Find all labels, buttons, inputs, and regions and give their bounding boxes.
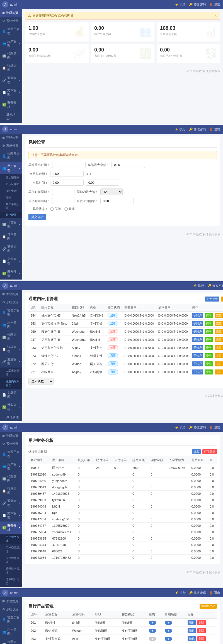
btn-recharge[interactable]: 充值	[215, 353, 223, 358]
sidebar4-users[interactable]: 👥 用户管理 ▸	[0, 460, 22, 472]
sidebar5-users[interactable]: 👥 用户管理 ▸	[0, 626, 22, 638]
btn-print[interactable]: 打印数据	[202, 449, 217, 454]
sub-channel-finance[interactable]: 通道财务统计	[0, 565, 22, 576]
status-toggle-on[interactable]: ●	[149, 629, 156, 633]
btn-rate[interactable]: 费率	[205, 313, 213, 318]
sub-channel-product[interactable]: 人工审款管理	[0, 368, 22, 378]
sidebar3-dashboard[interactable]: ⊞ 管理首页	[0, 290, 22, 298]
action-execute-4[interactable]: ⚡ 执行	[175, 425, 186, 430]
page-size-select[interactable]: 显示项数	[28, 378, 54, 385]
sidebar-item-agents[interactable]: 🏢 代理管理 ▸	[0, 50, 22, 62]
btn-sub-account[interactable]: 子账户	[192, 313, 203, 318]
radio-input-open[interactable]	[64, 207, 68, 211]
scene-toggle-on[interactable]: ●	[165, 637, 172, 641]
btn-recharge[interactable]: 充值	[215, 337, 223, 342]
status-toggle[interactable]: 启用	[108, 369, 118, 374]
action-logout-4[interactable]: 🚪 退出	[209, 425, 220, 430]
scene-toggle-on[interactable]: ●	[165, 621, 172, 625]
btn-del[interactable]: 删除	[197, 628, 206, 633]
btn-sub-account[interactable]: 子账户	[192, 353, 203, 358]
btn-del[interactable]: 删除	[197, 636, 206, 641]
sidebar3-finance[interactable]: 💹 财务分析 ▸	[0, 401, 22, 413]
action-change-pwd-5[interactable]: 🔑 修改密码	[189, 591, 206, 595]
input-daily-amount[interactable]	[50, 171, 84, 177]
sub-user-withdraw[interactable]: 提现申请	[0, 188, 22, 194]
btn-rate[interactable]: 费率	[205, 329, 213, 334]
action-change-pwd-3[interactable]: 🔑 修改密码	[207, 284, 223, 288]
sub-user-finance[interactable]: 用户财务统计	[0, 534, 22, 544]
btn-sub-account[interactable]: 子账户	[192, 345, 203, 350]
btn-add-product[interactable]: 添加新产品	[200, 604, 217, 609]
sidebar4-agents[interactable]: 🏢 代理管理 ▸	[0, 472, 22, 485]
input-time-freq[interactable]	[100, 198, 134, 204]
btn-rate[interactable]: 费率	[205, 337, 213, 342]
action-execute-5[interactable]: ⚡ 执行	[175, 591, 186, 595]
radio-input-close[interactable]	[50, 207, 54, 211]
btn-recharge[interactable]: 充值	[215, 321, 223, 326]
sidebar-item-orders[interactable]: 📋 订单管理 ▸	[0, 62, 22, 74]
status-toggle[interactable]: 启用	[108, 361, 118, 366]
sub-agent-finance[interactable]: 代理财务统计	[0, 555, 22, 565]
sub-user-unauth[interactable]: 未认证用户	[0, 181, 22, 188]
sub-user-list[interactable]: 已认证用户	[0, 174, 22, 181]
sidebar4-finance[interactable]: 💹 财务分析 ▾	[0, 521, 22, 534]
sub-user-transfer[interactable]: 转账	[0, 194, 22, 201]
sidebar-item-channels[interactable]: 🔗 通道管理 ▸	[0, 74, 22, 86]
action-change-pwd-4[interactable]: 🔑 修改密码	[189, 425, 206, 430]
sidebar3-users[interactable]: 👥 用户管理 ▸	[0, 319, 22, 331]
sidebar3-articles[interactable]: 📄 文章管理 ▸	[0, 389, 22, 401]
sidebar-item-articles[interactable]: 📄 文章管理 ▸	[0, 86, 22, 99]
sidebar5-admin[interactable]: 👤 管理员管理	[0, 613, 22, 626]
input-min-amount[interactable]	[52, 162, 86, 168]
sidebar3-channels[interactable]: 🔗 通道管理 ▸	[0, 355, 22, 368]
status-toggle[interactable]: 禁用	[108, 337, 118, 342]
scene-toggle-on[interactable]: ●	[165, 629, 172, 633]
submit-risk-btn[interactable]: 提交分析	[28, 214, 46, 220]
action-change-pwd[interactable]: 🔑 修改密码	[189, 3, 206, 7]
sidebar2-articles[interactable]: 📄 文章管理 ▸	[0, 255, 22, 267]
btn-sub-account[interactable]: 子账户	[192, 321, 203, 326]
sidebar4-admin[interactable]: 👤 管理员管理	[0, 448, 22, 460]
sidebar3-settings[interactable]: ⚙ 系统设置	[0, 298, 22, 306]
sidebar2-agents[interactable]: 🏢 代理管理 ▸	[0, 218, 22, 231]
action-logout-5[interactable]: 🚪 退出	[209, 591, 220, 595]
sub-user-config[interactable]: 商户手续设置	[0, 201, 22, 212]
btn-search[interactable]: 搜索	[192, 449, 201, 454]
btn-del[interactable]: 删除	[197, 620, 206, 625]
input-time-period[interactable]	[52, 198, 74, 204]
sidebar3-orders[interactable]: 📋 订单管理 ▸	[0, 343, 22, 355]
btn-sub-account[interactable]: 子账户	[192, 369, 203, 374]
btn-edit[interactable]: 编辑	[188, 636, 196, 641]
sidebar-item-finance[interactable]: 💹 财务分析 ▸	[0, 99, 22, 111]
sidebar3-agents[interactable]: 🏢 代理管理 ▸	[0, 331, 22, 343]
action-logout[interactable]: 🚪 退出	[209, 3, 220, 7]
input-trade-time-start[interactable]	[50, 180, 84, 186]
sidebar2-admin[interactable]: 👤 管理员管理	[0, 150, 22, 162]
action-execute-2[interactable]: ⚡ 执行	[175, 127, 186, 131]
sidebar3-other[interactable]: ⋯ 其他功能	[0, 413, 22, 421]
btn-edit[interactable]: 编辑	[188, 620, 196, 625]
sidebar2-finance[interactable]: 💹 财务分析 ▸	[0, 267, 22, 280]
btn-edit[interactable]: 编辑	[188, 628, 196, 633]
btn-recharge[interactable]: 充值	[215, 313, 223, 318]
btn-switch-view[interactable]: 切换视图	[205, 297, 219, 302]
btn-recharge[interactable]: 充值	[215, 361, 223, 366]
sidebar4-articles[interactable]: 📄 文章管理 ▸	[0, 509, 22, 521]
btn-recharge[interactable]: 充值	[215, 329, 223, 334]
radio-open[interactable]: 开通	[64, 207, 75, 211]
radio-close[interactable]: 关闭	[50, 207, 61, 211]
action-logout-2[interactable]: 🚪 退出	[209, 127, 220, 131]
sidebar-item-users[interactable]: 👥 用户管理 ▸	[0, 37, 22, 50]
sidebar4-orders[interactable]: 📋 订单管理 ▸	[0, 485, 22, 497]
sidebar2-users[interactable]: 👥 用户管理 ▾	[0, 162, 22, 174]
alert-close-btn[interactable]: ✕	[215, 14, 217, 18]
sidebar2-dashboard[interactable]: ⊞ 管理首页	[0, 134, 22, 142]
btn-rate[interactable]: 费率	[205, 345, 213, 350]
sidebar-item-admin[interactable]: 👤 管理员管理	[0, 25, 22, 37]
sidebar-item-settings[interactable]: ⚙ 系统设置	[0, 17, 22, 25]
sub-channel-apps[interactable]: 通道内应用管理	[0, 378, 22, 389]
sidebar-item-other[interactable]: ⋯ 其他功能 ▸	[0, 111, 22, 123]
sidebar5-settings[interactable]: ⚙ 系统设置	[0, 605, 22, 613]
btn-rate[interactable]: 费率	[205, 321, 213, 326]
btn-recharge[interactable]: 充值	[215, 369, 223, 374]
